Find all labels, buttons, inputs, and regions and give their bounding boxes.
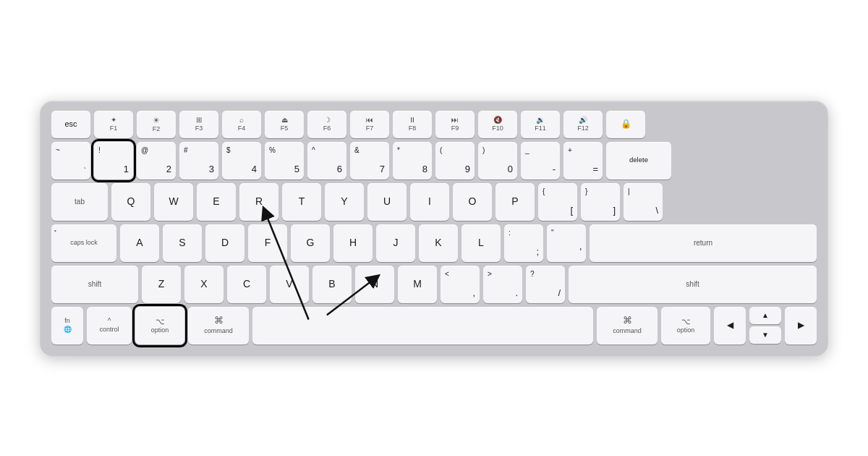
key-i[interactable]: I [410,183,449,221]
key-option-right[interactable]: ⌥ option [661,307,710,345]
asdf-row: • caps lock A S D F G H J K L : ; " ' re… [51,224,817,262]
key-arrow-right[interactable]: ▶ [785,307,817,345]
key-p[interactable]: P [495,183,535,221]
key-f3[interactable]: ⊞F3 [179,111,218,138]
key-f10[interactable]: 🔇F10 [478,111,517,138]
bottom-row: fn 🌐 ^ control ⌥ option ⌘ command ⌘ comm… [51,307,817,345]
key-capslock[interactable]: • caps lock [51,224,116,262]
keyboard-rows: esc ✦F1 ☀F2 ⊞F3 ⌕F4 ⏏F5 ☽F6 ⏮F7 ⏸F8 ⏭F9 … [51,111,817,345]
key-arrow-left[interactable]: ◀ [714,307,746,345]
key-f7[interactable]: ⏮F7 [350,111,389,138]
key-shift-left[interactable]: shift [51,266,138,303]
key-shift-right[interactable]: shift [569,266,817,303]
key-h[interactable]: H [333,224,373,262]
key-f4[interactable]: ⌕F4 [222,111,261,138]
key-d[interactable]: D [205,224,244,262]
key-6[interactable]: ^ 6 [307,142,346,180]
key-spacebar[interactable] [252,307,593,345]
key-l[interactable]: L [461,224,501,262]
key-g[interactable]: G [291,224,330,262]
key-f2[interactable]: ☀F2 [137,111,176,138]
key-f[interactable]: F [248,224,287,262]
key-y[interactable]: Y [325,183,364,221]
key-quote[interactable]: " ' [547,224,586,262]
key-c[interactable]: C [227,266,266,303]
key-5[interactable]: % 5 [265,142,304,180]
key-command-left[interactable]: ⌘ command [188,307,249,345]
key-arrow-down[interactable]: ▼ [749,326,781,344]
key-backslash[interactable]: | \ [624,183,663,221]
qwerty-row: tab Q W E R T Y U I O P { [ } ] | \ [51,183,817,221]
key-bracket-r[interactable]: } ] [581,183,620,221]
key-b[interactable]: B [312,266,352,303]
key-f11[interactable]: 🔉F11 [521,111,560,138]
key-tilde[interactable]: ~ ` [51,142,90,180]
key-j[interactable]: J [376,224,415,262]
key-7[interactable]: & 7 [350,142,389,180]
key-1[interactable]: ! 1 [94,142,133,180]
key-f8[interactable]: ⏸F8 [393,111,432,138]
key-q[interactable]: Q [111,183,150,221]
key-f9[interactable]: ⏭F9 [435,111,475,138]
key-tab[interactable]: tab [51,183,108,221]
key-a[interactable]: A [120,224,159,262]
key-control[interactable]: ^ control [87,307,132,345]
key-arrow-up[interactable]: ▲ [749,307,781,324]
key-comma[interactable]: < , [441,266,480,303]
key-0[interactable]: ) 0 [478,142,517,180]
key-f6[interactable]: ☽F6 [307,111,346,138]
key-w[interactable]: W [154,183,193,221]
number-row: ~ ` ! 1 @ 2 # 3 $ 4 % 5 [51,142,817,180]
fn-key-row: esc ✦F1 ☀F2 ⊞F3 ⌕F4 ⏏F5 ☽F6 ⏮F7 ⏸F8 ⏭F9 … [51,111,817,138]
key-minus[interactable]: _ - [521,142,560,180]
key-k[interactable]: K [419,224,458,262]
key-n[interactable]: N [355,266,394,303]
key-9[interactable]: ( 9 [435,142,475,180]
zxcv-row: shift Z X C V B N M < , > . ? / shift [51,266,817,303]
key-lock[interactable]: 🔒 [606,111,645,138]
key-fn[interactable]: fn 🌐 [51,307,83,345]
key-return[interactable]: return [590,224,817,262]
key-m[interactable]: M [398,266,437,303]
key-f12[interactable]: 🔊F12 [563,111,603,138]
key-s[interactable]: S [163,224,202,262]
key-option-left[interactable]: ⌥ option [135,307,184,345]
key-r[interactable]: R [239,183,278,221]
key-8[interactable]: * 8 [393,142,432,180]
key-2[interactable]: @ 2 [137,142,176,180]
key-v[interactable]: V [270,266,309,303]
key-delete[interactable]: delete [606,142,671,180]
key-f5[interactable]: ⏏F5 [265,111,304,138]
key-f1[interactable]: ✦F1 [94,111,133,138]
key-4[interactable]: $ 4 [222,142,261,180]
key-semicolon[interactable]: : ; [504,224,543,262]
key-o[interactable]: O [453,183,492,221]
key-period[interactable]: > . [483,266,522,303]
key-z[interactable]: Z [142,266,181,303]
key-3[interactable]: # 3 [179,142,218,180]
key-command-right[interactable]: ⌘ command [597,307,658,345]
key-equals[interactable]: + = [563,142,603,180]
key-slash[interactable]: ? / [526,266,565,303]
key-x[interactable]: X [184,266,224,303]
key-t[interactable]: T [282,183,321,221]
key-e[interactable]: E [197,183,236,221]
keyboard: esc ✦F1 ☀F2 ⊞F3 ⌕F4 ⏏F5 ☽F6 ⏮F7 ⏸F8 ⏭F9 … [40,101,828,356]
key-esc[interactable]: esc [51,111,90,138]
key-bracket-l[interactable]: { [ [538,183,577,221]
key-u[interactable]: U [367,183,407,221]
